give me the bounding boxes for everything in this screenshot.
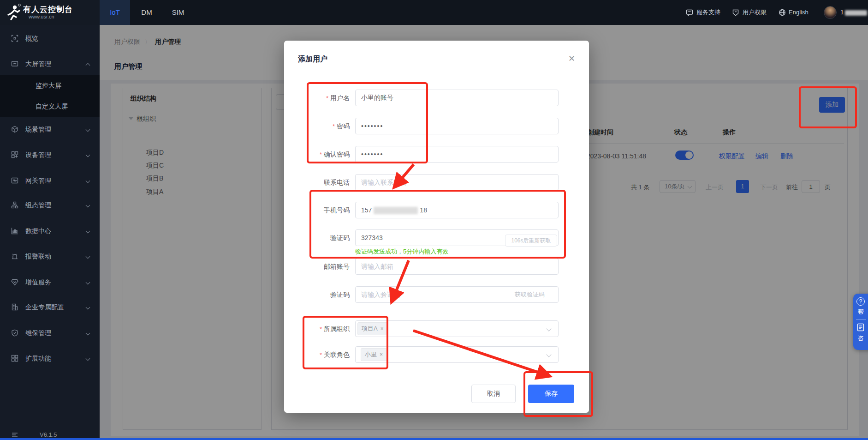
contact-phone-input[interactable] <box>355 174 559 191</box>
close-icon[interactable]: ✕ <box>568 54 575 64</box>
sms-countdown-button: 106s后重新获取 <box>505 235 557 247</box>
add-user-dialog: 添加用户 ✕ *用户名 *密码 *确认密码 联系电话 手机号码 15718 验证… <box>284 41 589 413</box>
chevron-down-icon <box>86 331 90 336</box>
mobile-censored <box>374 207 418 214</box>
form-row-role: *关联角色 小里× <box>284 346 589 363</box>
chevron-down-icon <box>86 203 90 208</box>
sidebar-item-extended-functions[interactable]: 扩展功能 <box>0 349 100 368</box>
screen-management-icon <box>11 60 18 67</box>
chevron-down-icon <box>86 305 90 310</box>
sidebar-item-overview[interactable]: 概览 <box>0 29 100 48</box>
chevron-down-icon <box>86 280 90 285</box>
support-link[interactable]: 服务支持 <box>696 0 720 25</box>
mobile-number-input[interactable]: 15718 <box>355 202 559 218</box>
chevron-down-icon <box>86 254 90 259</box>
sidebar-nav: 概览 大屏管理 监控大屏 自定义大屏 场景管理 设备管理 网关管理 组态管理 <box>0 25 100 440</box>
sidebar-item-custom-screen[interactable]: 自定义大屏 <box>0 97 100 115</box>
role-tag: 小里× <box>361 348 387 361</box>
sidebar-item-gateway-management[interactable]: 网关管理 <box>0 171 100 190</box>
username[interactable]: 1 <box>840 0 867 25</box>
get-email-code-button[interactable]: 获取验证码 <box>515 290 545 299</box>
language-switch[interactable]: English <box>789 0 809 25</box>
brand-title: 有人云控制台 <box>23 4 73 15</box>
password-input[interactable] <box>355 118 559 134</box>
sidebar-item-data-center[interactable]: 数据中心 <box>0 222 100 240</box>
username-censored <box>845 10 867 16</box>
user-permission-link[interactable]: 用户权限 <box>743 0 767 25</box>
overview-icon <box>11 35 18 42</box>
shield-badge-icon <box>732 9 739 16</box>
top-navbar: 有人云控制台 www.usr.cn IoT DM SIM 服务支持 用户权限 E… <box>0 0 868 25</box>
sidebar-item-enterprise-config[interactable]: 企业专属配置 <box>0 298 100 316</box>
tab-dm[interactable]: DM <box>133 0 161 25</box>
sidebar-item-monitor-screen[interactable]: 监控大屏 <box>0 76 100 95</box>
remove-tag-icon[interactable]: × <box>380 325 384 332</box>
brand-url: www.usr.cn <box>29 14 54 19</box>
chevron-down-icon <box>86 229 90 234</box>
brand-logo-block[interactable]: 有人云控制台 www.usr.cn <box>0 0 100 25</box>
help-button[interactable]: 帮 <box>858 308 864 316</box>
tab-iot[interactable]: IoT <box>100 0 130 25</box>
sidebar-item-maintenance-management[interactable]: 维保管理 <box>0 324 100 342</box>
chevron-down-icon <box>86 127 90 132</box>
chat-bubble-icon <box>686 9 693 16</box>
collapse-sidebar-icon[interactable] <box>11 431 18 439</box>
save-button[interactable]: 保存 <box>528 385 574 403</box>
user-avatar[interactable] <box>824 6 837 19</box>
floating-help-widget[interactable]: ? 帮 咨 <box>853 294 868 350</box>
data-center-icon <box>11 227 18 235</box>
form-row-confirm-password: *确认密码 <box>284 146 589 163</box>
sidebar-item-value-added-services[interactable]: 增值服务 <box>0 273 100 291</box>
consult-button[interactable]: 咨 <box>858 334 864 343</box>
gateway-management-icon <box>11 177 18 184</box>
form-row-mobile-number: 手机号码 15718 <box>284 202 589 218</box>
enterprise-config-icon <box>11 303 18 311</box>
alarm-linkage-icon <box>11 253 18 260</box>
remove-tag-icon[interactable]: × <box>380 351 383 358</box>
sidebar-submenu: 监控大屏 自定义大屏 <box>0 75 100 117</box>
form-row-contact-phone: 联系电话 <box>284 174 589 191</box>
form-row-email: 邮箱账号 <box>284 258 589 275</box>
widget-divider <box>856 319 866 320</box>
dialog-title: 添加用户 <box>298 54 327 64</box>
value-added-service-icon <box>11 278 18 286</box>
sms-success-message: 验证码发送成功，5分钟内输入有效 <box>355 247 448 256</box>
chevron-down-icon <box>86 153 90 157</box>
confirm-password-input[interactable] <box>355 146 559 163</box>
sidebar-item-alarm-linkage[interactable]: 报警联动 <box>0 247 100 265</box>
globe-icon <box>779 9 786 16</box>
scada-management-icon <box>11 201 18 209</box>
form-row-organization: *所属组织 项目A× <box>284 320 589 337</box>
sidebar-item-scada-management[interactable]: 组态管理 <box>0 196 100 214</box>
document-icon <box>857 323 864 332</box>
scene-management-icon <box>11 126 18 133</box>
username-input[interactable] <box>355 90 559 106</box>
chevron-up-icon <box>86 63 90 68</box>
organization-tag: 项目A× <box>357 322 388 335</box>
sidebar-item-device-management[interactable]: 设备管理 <box>0 145 100 164</box>
extended-functions-icon <box>11 355 18 362</box>
app-window: 用户权限〉用户管理 用户管理 组织结构 根组织 项目D 项目C 项目B 项目A … <box>0 0 868 440</box>
maintenance-icon <box>11 329 18 337</box>
chevron-down-icon <box>86 356 90 361</box>
sidebar-item-scene-management[interactable]: 场景管理 <box>0 120 100 139</box>
sidebar-item-screen-management[interactable]: 大屏管理 <box>0 54 100 73</box>
chevron-down-icon <box>86 179 90 183</box>
device-management-icon <box>11 151 18 158</box>
usr-logo-icon <box>6 4 21 21</box>
tab-sim[interactable]: SIM <box>163 0 193 25</box>
question-circle-icon: ? <box>856 297 865 306</box>
email-input[interactable] <box>355 258 559 275</box>
form-row-username: *用户名 <box>284 90 589 106</box>
form-row-password: *密码 <box>284 118 589 134</box>
cancel-button[interactable]: 取消 <box>471 385 516 403</box>
bottom-accent-bar <box>0 438 868 440</box>
